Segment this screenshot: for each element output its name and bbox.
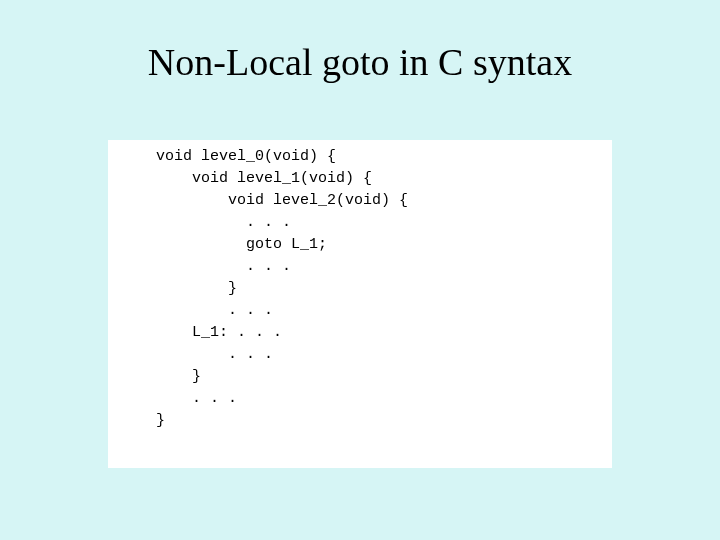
code-line: . . .	[156, 344, 612, 366]
code-line: . . .	[156, 300, 612, 322]
code-line: . . .	[156, 256, 612, 278]
code-line: void level_0(void) {	[156, 146, 612, 168]
page-title: Non-Local goto in C syntax	[0, 40, 720, 84]
code-line: L_1: . . .	[156, 322, 612, 344]
code-line: . . .	[156, 388, 612, 410]
code-line: goto L_1;	[156, 234, 612, 256]
code-line: }	[156, 278, 612, 300]
code-line: }	[156, 410, 612, 432]
code-line: . . .	[156, 212, 612, 234]
code-block: void level_0(void) { void level_1(void) …	[108, 140, 612, 468]
code-line: }	[156, 366, 612, 388]
slide: Non-Local goto in C syntax void level_0(…	[0, 0, 720, 540]
code-line: void level_2(void) {	[156, 190, 612, 212]
code-line: void level_1(void) {	[156, 168, 612, 190]
